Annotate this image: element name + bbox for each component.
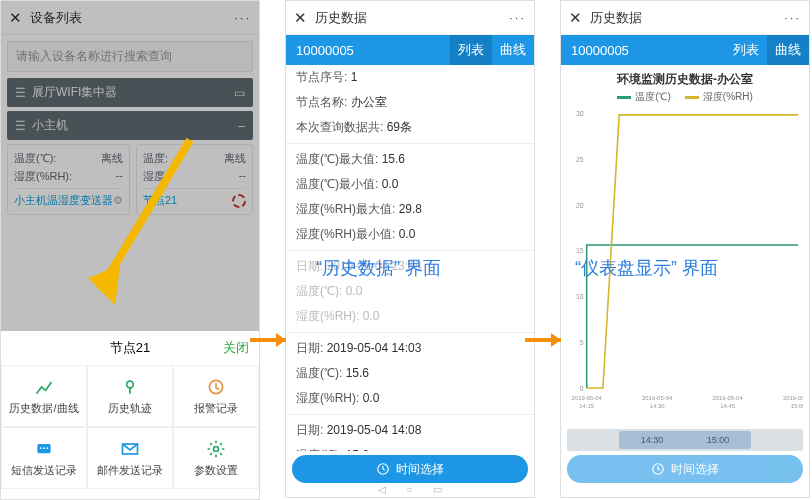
expand-icon: – [238,119,245,133]
stat-row: 温度(℃)最小值: 0.0 [286,172,534,197]
legend-hum: 湿度(%RH) [703,91,753,102]
tab-bar: 10000005 列表 曲线 [561,35,809,65]
legend-swatch-temp [617,96,631,99]
temp-label: 温度(℃): [14,151,56,166]
history-list-panel: ✕ 历史数据 ··· 10000005 列表 曲线 节点序号: 1节点名称: 办… [285,0,535,498]
history-chart-panel: ✕ 历史数据 ··· 10000005 列表 曲线 环境监测历史数据-办公室 温… [560,0,810,498]
hum-value: -- [239,169,246,184]
android-navbar: ◁○▭ [378,484,441,495]
svg-point-3 [40,447,42,449]
annotation-history: “历史数据” 界面 [316,256,441,280]
tab-bar: 10000005 列表 曲线 [286,35,534,65]
close-icon[interactable]: ✕ [9,9,22,27]
close-icon[interactable]: ✕ [569,9,582,27]
chart-legend: 温度(℃) 湿度(%RH) [561,88,809,108]
more-icon[interactable]: ··· [234,10,251,25]
tab-curve[interactable]: 曲线 [767,35,809,65]
record-row-faded: 湿度(%RH): 0.0 [286,304,534,329]
sheet-title: 节点21 [110,339,150,357]
action-settings[interactable]: 参数设置 [173,427,259,489]
svg-text:2019-05-04: 2019-05-04 [642,395,673,401]
svg-text:15: 15 [576,247,584,254]
time-select-button[interactable]: 时间选择 [292,455,528,483]
time-select-label: 时间选择 [396,461,444,478]
svg-text:0: 0 [580,385,584,392]
arrow-to-p2 [248,325,298,355]
p3-title: 历史数据 [590,9,784,27]
stat-row: 湿度(%RH)最小值: 0.0 [286,222,534,247]
list-icon: ☰ [15,119,26,133]
svg-text:14:30: 14:30 [650,403,665,409]
action-grid: 历史数据/曲线 历史轨迹 报警记录 短信发送记录 邮件发送记录 参数设置 [1,365,259,489]
svg-text:2019-05-04: 2019-05-04 [713,395,744,401]
svg-text:30: 30 [576,110,584,117]
svg-text:14:15: 14:15 [579,403,594,409]
record-date: 日期: 2019-05-04 14:08 [286,418,534,443]
svg-point-5 [47,447,49,449]
info-row: 本次查询数据共: 69条 [286,115,534,140]
arrow-to-p3 [523,325,573,355]
svg-point-4 [43,447,45,449]
close-button[interactable]: 关闭 [150,339,249,357]
info-row: 节点名称: 办公室 [286,90,534,115]
group-1-label: 展厅WIFI集中器 [32,84,117,101]
svg-point-0 [127,381,134,388]
stat-row: 湿度(%RH)最大值: 29.8 [286,197,534,222]
temp-value: 离线 [224,151,246,166]
svg-text:14:45: 14:45 [720,403,735,409]
tl-start: 14:30 [641,435,664,445]
legend-temp: 温度(℃) [635,91,671,102]
tab-list[interactable]: 列表 [450,35,492,65]
action-email[interactable]: 邮件发送记录 [87,427,173,489]
p1-header: ✕ 设备列表 ··· [1,1,259,35]
action-track[interactable]: 历史轨迹 [87,365,173,427]
chart-title: 环境监测历史数据-办公室 [561,65,809,88]
record-temp: 温度(℃): 15.6 [286,443,534,451]
svg-line-25 [100,140,190,290]
svg-text:10: 10 [576,293,584,300]
svg-point-7 [214,446,219,451]
action-history-curve[interactable]: 历史数据/曲线 [1,365,87,427]
p2-header: ✕ 历史数据 ··· [286,1,534,35]
legend-swatch-hum [685,96,699,99]
svg-text:15:00: 15:00 [791,403,803,409]
svg-text:5: 5 [580,339,584,346]
timeline-scrubber[interactable]: 14:3015:00 [567,429,803,451]
close-icon[interactable]: ✕ [294,9,307,27]
clock-icon [651,462,665,476]
group-row-1[interactable]: ☰ 展厅WIFI集中器 ▭ [7,78,253,107]
list-icon: ☰ [15,86,26,100]
clock-icon [376,462,390,476]
p2-title: 历史数据 [315,9,509,27]
info-row: 节点序号: 1 [286,65,534,90]
svg-text:20: 20 [576,202,584,209]
time-select-label: 时间选择 [671,461,719,478]
svg-text:2019-05-04: 2019-05-04 [783,395,803,401]
device-id: 10000005 [286,43,450,58]
device-id: 10000005 [561,43,725,58]
more-icon[interactable]: ··· [784,10,801,25]
record-temp: 温度(℃): 15.6 [286,361,534,386]
svg-marker-30 [551,333,561,347]
gear-icon-highlighted[interactable] [232,194,246,208]
record-hum: 湿度(%RH): 0.0 [286,386,534,411]
search-input[interactable]: 请输入设备名称进行搜索查询 [7,41,253,72]
p1-title: 设备列表 [30,9,234,27]
action-sms[interactable]: 短信发送记录 [1,427,87,489]
collapse-icon: ▭ [234,86,245,100]
svg-text:25: 25 [576,156,584,163]
time-select-button[interactable]: 时间选择 [567,455,803,483]
svg-marker-28 [276,333,286,347]
tl-end: 15:00 [707,435,730,445]
tab-curve[interactable]: 曲线 [492,35,534,65]
action-sheet: 节点21 关闭 历史数据/曲线 历史轨迹 报警记录 短信发送记录 邮件发送记录 … [1,331,259,499]
action-alarm[interactable]: 报警记录 [173,365,259,427]
tab-list[interactable]: 列表 [725,35,767,65]
p3-header: ✕ 历史数据 ··· [561,1,809,35]
record-row-faded: 温度(℃): 0.0 [286,279,534,304]
annotation-dashboard: “仪表盘显示” 界面 [575,256,718,280]
arrow-big [60,130,210,330]
svg-marker-26 [88,265,120,305]
more-icon[interactable]: ··· [509,10,526,25]
stat-row: 温度(℃)最大值: 15.6 [286,147,534,172]
